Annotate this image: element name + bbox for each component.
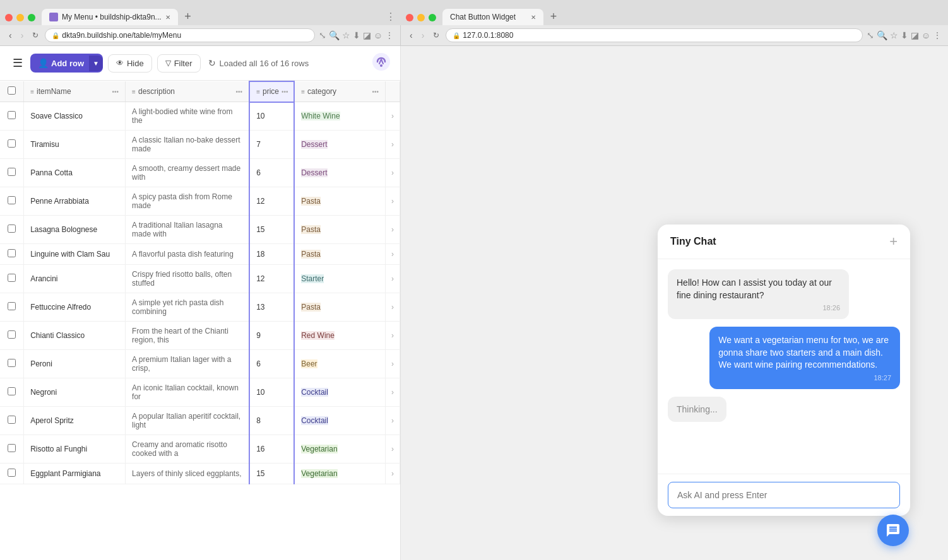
row-expand-0[interactable]: › [385, 102, 400, 131]
filter-button[interactable]: ▽ Filter [157, 54, 201, 73]
row-checkbox-10[interactable] [0, 378, 24, 407]
row-checkbox-input-7[interactable] [8, 302, 16, 310]
row-desc-5: A flavorful pasta dish featuring [126, 244, 250, 265]
category-col-menu[interactable]: ••• [372, 88, 379, 95]
row-name-13: Eggplant Parmigiana [24, 464, 126, 484]
right-tab-close[interactable]: ✕ [531, 14, 536, 21]
select-all-checkbox-header[interactable] [0, 81, 24, 102]
row-checkbox-12[interactable] [0, 435, 24, 464]
add-row-button[interactable]: 👤 Add row ▼ [30, 54, 103, 73]
row-name-7: Fettuccine Alfredo [24, 293, 126, 322]
traffic-light-red[interactable] [5, 14, 13, 21]
price-col-label: price [263, 87, 279, 96]
chat-fab-button[interactable] [877, 515, 909, 546]
row-checkbox-input-6[interactable] [8, 274, 16, 282]
right-traffic-light-yellow[interactable] [417, 14, 425, 21]
add-row-dropdown-arrow[interactable]: ▼ [89, 55, 103, 71]
hamburger-button[interactable]: ☰ [10, 54, 25, 73]
row-expand-3[interactable]: › [385, 187, 400, 216]
row-expand-12[interactable]: › [385, 435, 400, 464]
row-checkbox-input-1[interactable] [8, 139, 16, 148]
row-desc-13: Layers of thinly sliced eggplants, [126, 464, 250, 484]
chat-add-button[interactable]: + [889, 235, 898, 248]
category-badge-2: Dessert [301, 168, 327, 177]
row-checkbox-13[interactable] [0, 464, 24, 484]
price-col-menu[interactable]: ••• [281, 88, 288, 95]
traffic-light-yellow[interactable] [16, 14, 24, 21]
category-badge-3: Pasta [301, 197, 321, 206]
row-checkbox-input-4[interactable] [8, 225, 16, 233]
row-expand-6[interactable]: › [385, 265, 400, 293]
right-back-button[interactable]: ‹ [407, 29, 415, 42]
row-desc-0: A light-bodied white wine from the [126, 102, 250, 131]
right-tab-active[interactable]: Chat Button Widget ✕ [442, 9, 543, 25]
row-checkbox-3[interactable] [0, 187, 24, 216]
right-url-text: 127.0.0.1:8080 [463, 31, 513, 40]
row-checkbox-6[interactable] [0, 265, 24, 293]
itemname-col-menu[interactable]: ••• [112, 88, 119, 95]
hide-button[interactable]: 👁 Hide [108, 54, 152, 73]
table-row: Eggplant Parmigiana Layers of thinly sli… [0, 464, 400, 484]
row-checkbox-input-10[interactable] [8, 387, 16, 395]
right-traffic-light-green[interactable] [429, 14, 436, 21]
reload-button[interactable]: ↻ [30, 30, 41, 41]
left-tab-close[interactable]: ✕ [165, 14, 170, 21]
row-checkbox-1[interactable] [0, 131, 24, 159]
row-checkbox-input-0[interactable] [8, 111, 16, 119]
row-checkbox-2[interactable] [0, 159, 24, 187]
category-col-header[interactable]: ≡ category ••• [294, 81, 385, 102]
row-checkbox-4[interactable] [0, 216, 24, 244]
row-desc-8: From the heart of the Chianti region, th… [126, 322, 250, 350]
itemname-col-header[interactable]: ≡ itemName ••• [24, 81, 126, 102]
chat-messages: Hello! How can I assist you today at our… [658, 259, 910, 474]
row-name-12: Risotto al Funghi [24, 435, 126, 464]
forward-button[interactable]: › [18, 29, 27, 42]
right-forward-button[interactable]: › [419, 29, 427, 42]
row-checkbox-input-8[interactable] [8, 330, 16, 339]
row-expand-4[interactable]: › [385, 216, 400, 244]
table-row: Peroni A premium Italian lager with a cr… [0, 350, 400, 378]
row-expand-2[interactable]: › [385, 159, 400, 187]
row-checkbox-input-3[interactable] [8, 196, 16, 204]
row-expand-1[interactable]: › [385, 131, 400, 159]
left-tab-active[interactable]: My Menu • buildship-dkta9n... ✕ [42, 9, 178, 25]
right-tab-add[interactable]: + [546, 9, 561, 24]
traffic-light-green[interactable] [28, 14, 35, 21]
row-expand-13[interactable]: › [385, 464, 400, 484]
row-expand-8[interactable]: › [385, 322, 400, 350]
price-col-header[interactable]: ≡ price ••• [249, 81, 294, 102]
row-checkbox-input-2[interactable] [8, 168, 16, 176]
right-traffic-light-red[interactable] [406, 14, 413, 21]
left-url-bar[interactable]: 🔒 dkta9n.buildship.one/table/myMenu [45, 28, 314, 42]
row-checkbox-input-9[interactable] [8, 359, 16, 367]
row-checkbox-9[interactable] [0, 350, 24, 378]
back-button[interactable]: ‹ [6, 29, 15, 42]
row-checkbox-0[interactable] [0, 102, 24, 131]
row-checkbox-input-12[interactable] [8, 444, 16, 452]
user-message-1-text: We want a vegetarian menu for two, we ar… [718, 334, 891, 371]
row-name-5: Linguine with Clam Sau [24, 244, 126, 265]
description-col-header[interactable]: ≡ description ••• [126, 81, 250, 102]
row-name-1: Tiramisu [24, 131, 126, 159]
right-url-bar[interactable]: 🔒 127.0.0.1:8080 [446, 28, 862, 42]
row-expand-10[interactable]: › [385, 378, 400, 407]
row-expand-9[interactable]: › [385, 350, 400, 378]
table-row: Panna Cotta A smooth, creamy dessert mad… [0, 159, 400, 187]
chat-input[interactable] [668, 482, 900, 508]
row-expand-7[interactable]: › [385, 293, 400, 322]
right-reload-button[interactable]: ↻ [430, 30, 442, 41]
row-checkbox-8[interactable] [0, 322, 24, 350]
select-all-checkbox[interactable] [8, 86, 16, 95]
add-row-person-icon: 👤 [38, 58, 49, 68]
row-checkbox-input-5[interactable] [8, 249, 16, 257]
row-checkbox-input-13[interactable] [8, 469, 16, 477]
row-checkbox-7[interactable] [0, 293, 24, 322]
row-checkbox-5[interactable] [0, 244, 24, 265]
desc-col-menu[interactable]: ••• [236, 88, 243, 95]
left-tab-add[interactable]: + [181, 9, 196, 24]
row-expand-5[interactable]: › [385, 244, 400, 265]
row-checkbox-11[interactable] [0, 407, 24, 435]
row-expand-11[interactable]: › [385, 407, 400, 435]
row-checkbox-input-11[interactable] [8, 416, 16, 424]
user-message-1: We want a vegetarian menu for two, we ar… [709, 327, 900, 389]
